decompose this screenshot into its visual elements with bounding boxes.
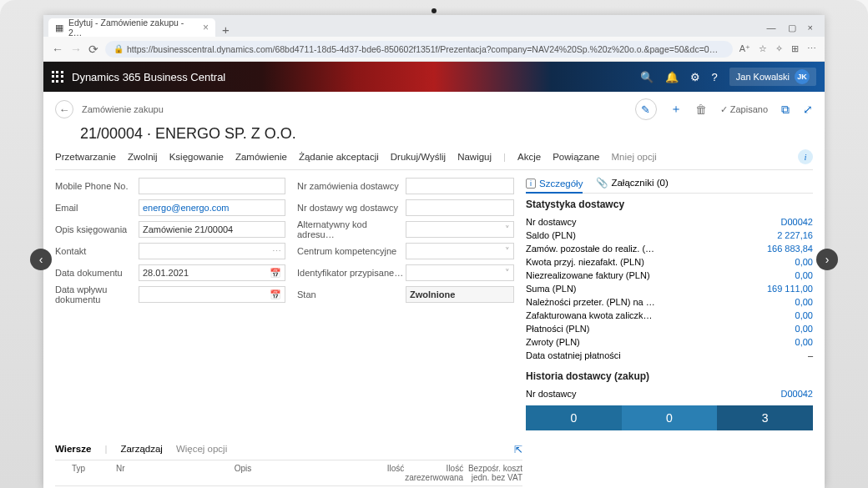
detail-label: Zafakturowana kwota zaliczk… xyxy=(526,310,653,320)
detail-value[interactable]: 2 227,16 xyxy=(777,230,813,240)
ribbon-more[interactable]: Mniej opcji xyxy=(611,152,656,162)
tab-zarzadzaj[interactable]: Zarządzaj xyxy=(120,444,163,455)
input-datawp[interactable]: 📅 xyxy=(139,286,285,303)
tab-zalaczniki[interactable]: 📎Załączniki (0) xyxy=(596,177,668,189)
window-close-icon[interactable]: × xyxy=(808,23,813,33)
col-bez[interactable]: Bezpośr. koszt jedn. bez VAT xyxy=(463,464,522,482)
calendar-icon[interactable]: 📅 xyxy=(270,289,281,300)
lbl-nrd: Nr dostawy wg dostawcy xyxy=(297,203,406,213)
detail-label: Płatności (PLN) xyxy=(526,324,589,334)
detail-row: Data ostatniej płatności– xyxy=(526,349,813,362)
detail-value[interactable]: 0,00 xyxy=(795,257,813,267)
delete-button[interactable]: 🗑 xyxy=(695,103,707,116)
calendar-icon[interactable]: 📅 xyxy=(270,268,281,279)
search-icon[interactable]: 🔍 xyxy=(640,71,654,83)
hist-box-3[interactable]: 3 xyxy=(717,405,813,430)
ribbon-zadanie[interactable]: Żądanie akceptacji xyxy=(299,152,379,162)
ribbon-ksiegowanie[interactable]: Księgowanie xyxy=(169,152,224,162)
extensions-icon[interactable]: ⊞ xyxy=(791,43,799,54)
read-aloud-icon[interactable]: A⁺ xyxy=(739,43,750,54)
detail-label: Zwroty (PLN) xyxy=(526,337,580,347)
detail-value[interactable]: 0,00 xyxy=(795,270,813,280)
detail-row: Nr dostawcyD00042 xyxy=(526,215,813,229)
nav-back-icon[interactable]: ← xyxy=(52,43,63,56)
input-email[interactable]: energo@energo.com xyxy=(139,199,285,216)
popout-icon[interactable]: ⧉ xyxy=(781,103,790,117)
app-launcher-icon[interactable] xyxy=(52,71,63,83)
col-nr[interactable]: Nr xyxy=(116,464,160,482)
detail-label: Należności przeter. (PLN) na … xyxy=(526,297,655,307)
breadcrumb[interactable]: Zamówienie zakupu xyxy=(82,104,164,114)
browser-tab[interactable]: ▦ Edytuj - Zamówienie zakupu - 2… × xyxy=(48,18,215,37)
detail-row: Kwota przyj. niezafakt. (PLN)0,00 xyxy=(526,255,813,269)
chevron-down-icon: ˅ xyxy=(505,224,510,235)
select-alt[interactable]: ˅ xyxy=(406,221,514,238)
lbl-cen: Centrum kompetencyjne xyxy=(297,246,406,256)
favorite-icon[interactable]: ☆ xyxy=(759,43,767,54)
lbl-kontakt: Kontakt xyxy=(55,246,139,256)
settings-icon[interactable]: ⚙ xyxy=(690,71,700,83)
saved-status: ✓ Zapisano xyxy=(720,104,768,115)
ribbon-akcje[interactable]: Akcje xyxy=(517,152,541,162)
input-nrd[interactable] xyxy=(406,199,514,216)
tab-wiersze[interactable]: Wiersze xyxy=(55,444,91,455)
detail-value[interactable]: 0,00 xyxy=(795,337,813,347)
detail-row: Należności przeter. (PLN) na …0,00 xyxy=(526,295,813,309)
select-cen[interactable]: ˅ xyxy=(406,243,514,259)
detail-value[interactable]: 0,00 xyxy=(795,297,813,307)
lbl-email: Email xyxy=(55,203,139,213)
expand-icon[interactable]: ⤢ xyxy=(803,103,813,116)
detail-value[interactable]: – xyxy=(808,350,813,360)
col-opis[interactable]: Opis xyxy=(235,464,367,482)
col-ilosc[interactable]: Ilość xyxy=(367,464,404,482)
notifications-icon[interactable]: 🔔 xyxy=(665,71,679,83)
select-idp[interactable]: ˅ xyxy=(406,264,514,281)
share-icon[interactable]: ⇱ xyxy=(514,444,522,455)
carousel-prev-button[interactable]: ‹ xyxy=(30,249,52,270)
new-tab-button[interactable]: + xyxy=(215,23,236,37)
new-button[interactable]: ＋ xyxy=(670,102,682,117)
detail-row: Zamów. pozostałe do realiz. (…166 883,84 xyxy=(526,242,813,255)
back-button[interactable]: ← xyxy=(55,100,73,118)
url-input[interactable]: 🔒 https://businesscentral.dynamics.com/6… xyxy=(105,41,733,58)
ribbon-zwolnij[interactable]: Zwolnij xyxy=(128,152,158,162)
input-kontakt[interactable]: ⋯ xyxy=(139,243,285,259)
hist-value[interactable]: D00042 xyxy=(780,389,813,399)
col-typ[interactable]: Typ xyxy=(72,464,116,482)
detail-value[interactable]: 169 111,00 xyxy=(767,284,813,294)
tab-wiecej[interactable]: Więcej opcji xyxy=(176,444,227,455)
input-mobile[interactable] xyxy=(139,178,285,194)
window-maximize-icon[interactable]: ▢ xyxy=(788,23,796,33)
tab-close-icon[interactable]: × xyxy=(203,22,209,33)
ribbon-przetwarzanie[interactable]: Przetwarzanie xyxy=(55,152,116,162)
col-rez[interactable]: Ilość zarezerwowana xyxy=(404,464,463,482)
detail-value[interactable]: 0,00 xyxy=(795,310,813,320)
detail-row: Zwroty (PLN)0,00 xyxy=(526,335,813,349)
collections-icon[interactable]: ✧ xyxy=(775,43,783,54)
detail-label: Data ostatniej płatności xyxy=(526,350,621,360)
ribbon-powiazane[interactable]: Powiązane xyxy=(553,152,599,162)
input-datadok[interactable]: 28.01.2021📅 xyxy=(139,264,285,281)
browser-menu-icon[interactable]: ⋯ xyxy=(807,43,816,54)
hist-box-2[interactable]: 0 xyxy=(622,405,718,430)
info-icon[interactable]: i xyxy=(798,149,813,164)
carousel-next-button[interactable]: › xyxy=(816,249,838,270)
input-nrz[interactable] xyxy=(406,178,514,194)
window-minimize-icon[interactable]: — xyxy=(767,23,776,33)
help-icon[interactable]: ? xyxy=(712,71,718,83)
nav-forward-icon[interactable]: → xyxy=(70,43,82,56)
detail-value[interactable]: D00042 xyxy=(780,217,813,227)
detail-value[interactable]: 0,00 xyxy=(795,324,813,334)
tab-szczegoly[interactable]: iSzczegóły xyxy=(526,177,583,194)
detail-label: Zamów. pozostałe do realiz. (… xyxy=(526,244,654,254)
nav-refresh-icon[interactable]: ⟳ xyxy=(88,43,98,56)
detail-value[interactable]: 166 883,84 xyxy=(767,244,813,254)
ribbon-drukuj[interactable]: Drukuj/Wyślij xyxy=(391,152,446,162)
input-opis[interactable]: Zamówienie 21/00004 xyxy=(139,221,285,238)
tab-favicon: ▦ xyxy=(55,23,63,33)
ribbon-zamowienie[interactable]: Zamówienie xyxy=(235,152,287,162)
edit-button[interactable]: ✎ xyxy=(635,98,657,120)
hist-box-1[interactable]: 0 xyxy=(526,405,622,430)
ribbon-nawiguj[interactable]: Nawiguj xyxy=(457,152,492,162)
user-menu[interactable]: Jan Kowalski JK xyxy=(729,68,816,86)
